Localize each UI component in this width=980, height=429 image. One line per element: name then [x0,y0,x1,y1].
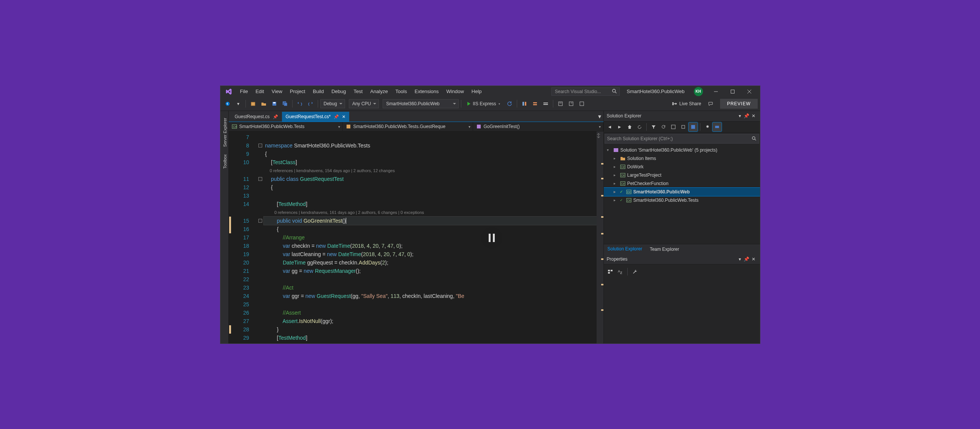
chevron-right-icon[interactable]: ▸ [614,190,618,194]
panel-close-icon[interactable]: ✕ [750,256,757,262]
chevron-right-icon[interactable]: ▸ [614,181,618,186]
menu-test[interactable]: Test [351,87,366,96]
se-showall-button[interactable] [679,122,688,132]
code-line[interactable]: DateTime ggRequest = checkIn.AddDays(2); [264,258,597,267]
platform-dropdown[interactable]: Any CPU [349,99,379,108]
nav-forward-button[interactable]: ▾ [233,99,243,109]
refresh-button[interactable] [504,99,514,109]
panel-dropdown-icon[interactable]: ▾ [737,256,743,262]
doc-tab-guestrequest[interactable]: GuestRequest.cs 📌 [231,112,282,122]
side-tab-server-explorer[interactable]: Server Explorer [220,114,228,151]
code-line[interactable]: [TestMethod] [264,334,597,342]
live-share-button[interactable]: Live Share [668,101,705,106]
new-project-button[interactable] [248,99,258,109]
fold-toggle[interactable]: - [257,216,264,225]
se-forward-button[interactable]: ► [615,122,624,132]
se-collapse-button[interactable] [669,122,678,132]
preview-button[interactable]: PREVIEW [720,99,757,109]
code-line[interactable] [264,192,597,200]
code-line[interactable]: Assert.IsNotNull(ggr); [264,317,597,325]
tree-item[interactable]: ▸✓C#SmartHotel360.PublicWeb [604,188,760,196]
se-home-button[interactable] [625,122,634,132]
chevron-down-icon[interactable]: ▾ [607,148,611,152]
nav-back-button[interactable] [223,99,232,109]
tree-item[interactable]: ▸Solution Items [604,154,760,163]
panel-pin-icon[interactable]: 📌 [743,113,750,119]
menu-tools[interactable]: Tools [393,87,410,96]
se-filter-button[interactable] [649,122,658,132]
maximize-button[interactable] [724,86,741,97]
code-line[interactable]: var lastCleaning = new DateTime(2018, 4,… [264,250,597,258]
document-tabs-overflow[interactable]: ▾ [596,112,603,122]
code-line[interactable]: public void GoGreenInitTest() [264,216,597,225]
panel-dropdown-icon[interactable]: ▾ [737,113,743,119]
tb-icon-5[interactable] [566,99,576,109]
start-debugging-button[interactable]: IIS Express ▾ [464,101,503,106]
se-back-button[interactable]: ◄ [605,122,614,132]
se-preview-button[interactable] [689,122,698,132]
props-alphabetical-button[interactable]: AZ [616,267,624,276]
code-line[interactable]: [TestClass] [264,158,597,167]
minimize-button[interactable] [708,86,724,97]
props-wrench-button[interactable] [631,267,639,276]
close-icon[interactable]: ✕ [342,114,345,119]
code-line[interactable]: namespace SmartHotel360.PublicWeb.Tests [264,141,597,150]
pin-icon[interactable]: 📌 [273,114,278,119]
configuration-dropdown[interactable]: Debug [320,99,345,108]
codelens-row[interactable]: 0 references | kendrahavens, 161 days ag… [264,208,597,216]
chevron-right-icon[interactable]: ▸ [614,173,618,177]
tb-icon-3[interactable] [541,99,550,109]
feedback-button[interactable] [706,99,716,109]
se-properties-button[interactable] [703,122,712,132]
code-line[interactable] [264,300,597,308]
code-line[interactable]: { [264,225,597,233]
menu-help[interactable]: Help [469,87,485,96]
code-line[interactable] [264,275,597,283]
code-line[interactable] [264,133,597,141]
save-button[interactable] [269,99,279,109]
code-editor[interactable]: 7891011121314151617181920212223242526272… [229,132,603,343]
panel-pin-icon[interactable]: 📌 [743,256,750,262]
chevron-right-icon[interactable]: ▸ [614,198,618,202]
user-avatar[interactable]: KH [694,87,703,96]
menu-edit[interactable]: Edit [252,87,267,96]
code-line[interactable]: //Arrange [264,233,597,242]
quick-launch-search[interactable]: Search Visual Studio... [551,87,620,96]
solution-explorer-search[interactable]: Search Solution Explorer (Ctrl+;) [605,134,759,144]
menu-analyze[interactable]: Analyze [367,87,391,96]
tree-item[interactable]: ▸C#DoWork [604,163,760,171]
tb-icon-1[interactable] [519,99,529,109]
tb-icon-2[interactable] [530,99,540,109]
undo-button[interactable] [295,99,305,109]
code-line[interactable]: //Assert [264,308,597,317]
se-refresh-button[interactable] [659,122,668,132]
fold-toggle[interactable]: - [257,175,264,183]
tab-team-explorer[interactable]: Team Explorer [646,245,683,254]
save-all-button[interactable] [280,99,290,109]
nav-method-dropdown[interactable]: GoGreenInitTest() [473,122,603,131]
properties-header[interactable]: Properties ▾ 📌 ✕ [604,254,760,264]
chevron-right-icon[interactable]: ▸ [614,165,618,169]
pin-icon[interactable]: 📌 [334,114,339,119]
close-button[interactable] [741,86,758,97]
tb-icon-6[interactable] [577,99,587,109]
menu-debug[interactable]: Debug [328,87,349,96]
code-line[interactable]: public class GuestRequestTest [264,175,597,183]
startup-project-dropdown[interactable]: SmartHotel360.PublicWeb [383,99,459,108]
se-view-button[interactable] [713,122,722,132]
solution-tree[interactable]: ▾ Solution 'SmartHotel360.PublicWeb' (5 … [604,145,760,244]
menu-window[interactable]: Window [444,87,467,96]
code-line[interactable]: { [264,183,597,192]
tb-icon-4[interactable] [555,99,565,109]
panel-close-icon[interactable]: ✕ [750,113,757,119]
solution-root[interactable]: ▾ Solution 'SmartHotel360.PublicWeb' (5 … [604,146,760,154]
redo-button[interactable] [305,99,315,109]
code-line[interactable]: [TestMethod] [264,200,597,208]
code-line[interactable]: var ggr = new GuestRequest(gg, "Sally Se… [264,292,597,300]
props-categorized-button[interactable] [606,267,614,276]
chevron-right-icon[interactable]: ▸ [614,156,618,160]
menu-extensions[interactable]: Extensions [412,87,442,96]
code-line[interactable]: var checkIn = new DateTime(2018, 4, 20, … [264,242,597,250]
tree-item[interactable]: ▸C#LargeTestProject [604,171,760,180]
se-sync-button[interactable] [635,122,644,132]
